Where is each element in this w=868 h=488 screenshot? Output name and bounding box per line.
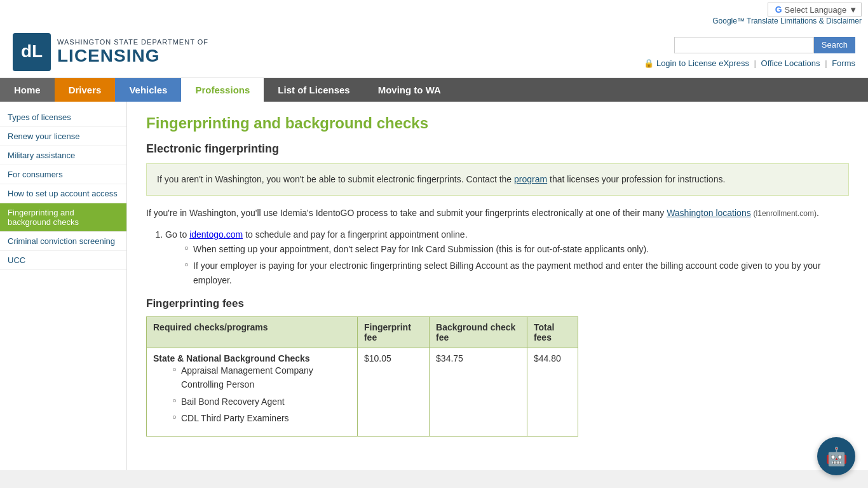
search-button[interactable]: Search [814,37,855,53]
nav-vehicles[interactable]: Vehicles [115,78,181,102]
nav-home[interactable]: Home [0,78,55,102]
program-bullet-2: Bail Bond Recovery Agent [172,395,351,409]
logo-text-area: WASHINGTON STATE DEPARTMENT OF LICENSING [57,38,208,66]
col-header-total-fees: Total fees [527,316,578,348]
page-content: Fingerprinting and background checks Ele… [127,102,868,470]
program-link[interactable]: program [514,174,547,184]
main-content: Types of licenses Renew your license Mil… [0,102,868,470]
main-nav: Home Drivers Vehicles Professions List o… [0,78,868,102]
bullet-2: If your employer is paying for your elec… [184,259,849,287]
page-title: Fingerprinting and background checks [146,114,849,132]
search-area: Search [674,37,855,53]
program-bullet-3: CDL Third Party Examiners [172,411,351,425]
step-1: Go to identogo.com to schedule and pay f… [165,227,849,287]
lock-icon: 🔒 [644,58,654,68]
header-links: 🔒 Login to License eXpress | Office Loca… [644,58,855,68]
dropdown-arrow-icon: ▼ [849,5,857,15]
sidebar-item-criminal-conviction[interactable]: Criminal conviction screening [0,232,126,251]
identogo-link[interactable]: identogo.com [189,229,243,240]
fingerprint-fee-cell: $10.05 [357,348,429,436]
table-row: State & National Background Checks Appra… [147,348,578,436]
washington-locations-link[interactable]: Washington locations [667,208,751,218]
sidebar-item-for-consumers[interactable]: For consumers [0,165,126,184]
col-header-background-fee: Background check fee [430,316,527,348]
col-header-programs: Required checks/programs [147,316,358,348]
sidebar-item-types-of-licenses[interactable]: Types of licenses [0,108,126,127]
svg-text:dL: dL [21,41,43,61]
sidebar-item-renew-license[interactable]: Renew your license [0,127,126,146]
forms-link[interactable]: Forms [832,58,855,68]
sidebar-item-fingerprinting[interactable]: Fingerprinting and background checks [0,203,126,232]
logo-area: dL WASHINGTON STATE DEPARTMENT OF LICENS… [13,33,208,71]
program-bullet-1: Appraisal Management Company Controlling… [172,363,351,392]
electronic-fingerprinting-heading: Electronic fingerprinting [146,142,849,156]
info-box-suffix: that licenses your profession for instru… [550,174,725,184]
translate-disclaimer-link[interactable]: Google™ Translate Limitations & Disclaim… [712,17,862,25]
sub-bullets: When setting up your appointment, don't … [184,242,849,287]
header-right: Search 🔒 Login to License eXpress | Offi… [644,37,855,68]
steps-list: Go to identogo.com to schedule and pay f… [165,227,849,287]
sidebar-item-account-access[interactable]: How to set up account access [0,184,126,203]
bullet-1: When setting up your appointment, don't … [184,242,849,256]
logo-icon: dL [13,33,51,71]
sidebar-item-military-assistance[interactable]: Military assistance [0,146,126,165]
program-cell: State & National Background Checks Appra… [147,348,358,436]
google-icon: G [772,4,782,15]
col-header-fingerprint-fee: Fingerprint fee [357,316,429,348]
fees-heading: Fingerprinting fees [146,297,849,310]
nav-list-of-licenses[interactable]: List of Licenses [264,78,363,102]
nav-drivers[interactable]: Drivers [55,78,116,102]
nav-professions[interactable]: Professions [181,78,264,102]
select-language-label: Select Language [785,5,847,15]
search-input[interactable] [674,37,814,53]
logo-dept: WASHINGTON STATE DEPARTMENT OF [57,38,208,46]
total-fee-cell: $44.80 [527,348,578,436]
robot-icon: 🤖 [825,446,848,467]
logo-licensing: LICENSING [57,46,208,66]
info-box-text: If you aren't in Washington, you won't b… [157,174,514,184]
background-fee-cell: $34.75 [430,348,527,436]
office-locations-link[interactable]: Office Locations [761,58,820,68]
sidebar: Types of licenses Renew your license Mil… [0,102,127,470]
info-box: If you aren't in Washington, you won't b… [146,163,849,196]
select-language-widget[interactable]: G Select Language ▼ [768,3,862,17]
fees-table: Required checks/programs Fingerprint fee… [146,316,578,437]
header: dL WASHINGTON STATE DEPARTMENT OF LICENS… [0,27,868,78]
login-link[interactable]: Login to License eXpress [656,58,749,68]
para1: If you're in Washington, you'll use Idem… [146,206,849,220]
nav-moving-to-wa[interactable]: Moving to WA [364,78,455,102]
chat-robot-widget[interactable]: 🤖 [817,437,855,470]
sidebar-item-ucc[interactable]: UCC [0,251,126,270]
top-bar: G Select Language ▼ Google™ Translate Li… [0,0,868,27]
